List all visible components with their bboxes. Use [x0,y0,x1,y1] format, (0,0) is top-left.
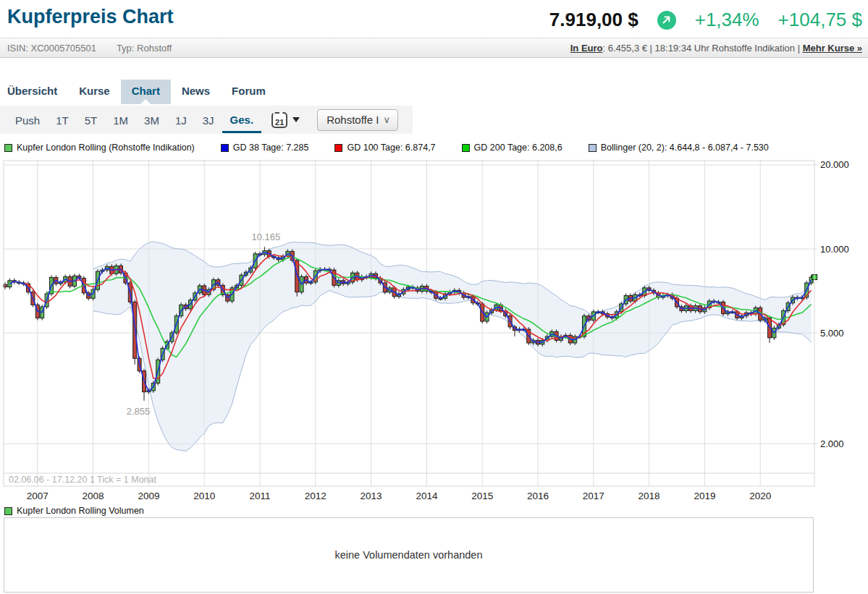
typ-label: Typ: Rohstoff [117,43,172,54]
in-euro-link[interactable]: In Euro [570,43,603,54]
exchange-dropdown[interactable]: Rohstoffe I ∨ [317,109,398,131]
legend-bollinger: Bollinger (20, 2): 4.644,8 - 6.087,4 - 7… [589,143,769,153]
caret-down-icon [292,117,300,122]
instrument-meta: ISIN: XC0005705501Typ: Rohstoff [7,43,192,54]
tab-forum[interactable]: Forum [221,80,277,104]
no-volume-message: keine Volumendaten vorhanden [335,549,483,561]
svg-text:2018: 2018 [639,491,660,501]
svg-text:2008: 2008 [83,491,104,501]
date-picker-button[interactable]: 21 [271,112,300,128]
volume-panel: keine Volumendaten vorhanden [4,517,814,593]
legend-gd200: GD 200 Tage: 6.208,6 [462,143,562,153]
svg-text:2011: 2011 [249,491,270,501]
svg-text:02.06.06 - 17.12.20 1 Tick =: 02.06.06 - 17.12.20 1 Tick = 1 Monat [9,475,156,485]
range-3j[interactable]: 3J [195,108,222,132]
tab-news[interactable]: News [171,80,221,104]
price-chart: 20.00010.0005.0002.000200720082009201020… [0,158,868,504]
bollinger-swatch-icon [589,144,597,152]
range-push[interactable]: Push [7,108,48,132]
svg-text:2014: 2014 [416,491,438,501]
svg-text:20.000: 20.000 [820,159,849,170]
svg-text:2.855: 2.855 [127,406,151,417]
gd38-swatch-icon [221,144,229,152]
main-tabs: Übersicht Kurse Chart News Forum [0,80,868,104]
change-percent: +1,34% [695,9,759,31]
legend-gd38: GD 38 Tage: 7.285 [221,143,309,153]
svg-text:2017: 2017 [583,491,604,501]
svg-text:2013: 2013 [361,491,382,501]
range-1t[interactable]: 1T [48,108,77,132]
svg-text:2.000: 2.000 [820,438,844,449]
gd200-swatch-icon [462,144,470,152]
kupfer-swatch-icon [4,144,12,152]
svg-text:2019: 2019 [694,491,715,501]
mehr-kurse-link[interactable]: Mehr Kurse » [803,43,862,54]
svg-text:2010: 2010 [193,491,215,501]
svg-text:2016: 2016 [527,491,549,501]
chart-toolbar: Push 1T 5T 1M 3M 1J 3J Ges. 21 Rohstoffe… [0,106,413,134]
calendar-icon: 21 [271,112,287,128]
isin-label: ISIN: XC0005705501 [7,43,96,54]
svg-text:5.000: 5.000 [820,328,844,339]
tab-uebersicht[interactable]: Übersicht [7,80,68,104]
legend-gd100: GD 100 Tage: 6.874,7 [334,143,435,153]
volume-legend: Kupfer London Rolling Volumen [4,506,144,516]
page-title: Kupferpreis Chart [7,6,174,28]
price-value: 7.919,00 $ [549,9,639,31]
range-5t[interactable]: 5T [77,108,106,132]
legend-kupfer: Kupfer London Rolling (Rohstoffe Indikat… [4,143,195,153]
svg-text:2015: 2015 [471,491,493,501]
chevron-down-icon: ∨ [383,114,390,125]
volume-legend-label: Kupfer London Rolling Volumen [17,506,144,516]
svg-text:10.165: 10.165 [252,232,281,242]
svg-text:2007: 2007 [27,491,49,501]
svg-text:2009: 2009 [138,491,159,501]
header: Kupferpreis Chart 7.919,00 $ +1,34% +104… [0,0,868,38]
chart-legend: Kupfer London Rolling (Rohstoffe Indikat… [4,143,795,153]
range-1m[interactable]: 1M [105,108,136,132]
range-1j[interactable]: 1J [167,108,195,132]
range-gesamt[interactable]: Ges. [222,107,262,133]
quote-meta: In Euro: 6.455,3 € | 18:19:34 Uhr Rohsto… [570,43,862,54]
euro-quote-text: : 6.455,3 € | 18:19:34 Uhr Rohstoffe Ind… [603,43,803,54]
svg-text:2020: 2020 [749,491,771,501]
change-absolute: +104,75 $ [778,9,862,31]
exchange-dropdown-label: Rohstoffe I [326,114,379,126]
tab-kurse[interactable]: Kurse [68,80,121,104]
instrument-strip: ISIN: XC0005705501Typ: Rohstoff In Euro:… [0,38,868,58]
quote-block: 7.919,00 $ +1,34% +104,75 $ [549,9,862,31]
svg-text:10.000: 10.000 [820,244,849,255]
trend-up-icon [657,11,676,30]
gd100-swatch-icon [334,144,342,152]
range-3m[interactable]: 3M [136,108,167,132]
volume-swatch-icon [4,507,12,515]
svg-text:2012: 2012 [305,491,326,501]
tab-chart[interactable]: Chart [121,80,171,104]
